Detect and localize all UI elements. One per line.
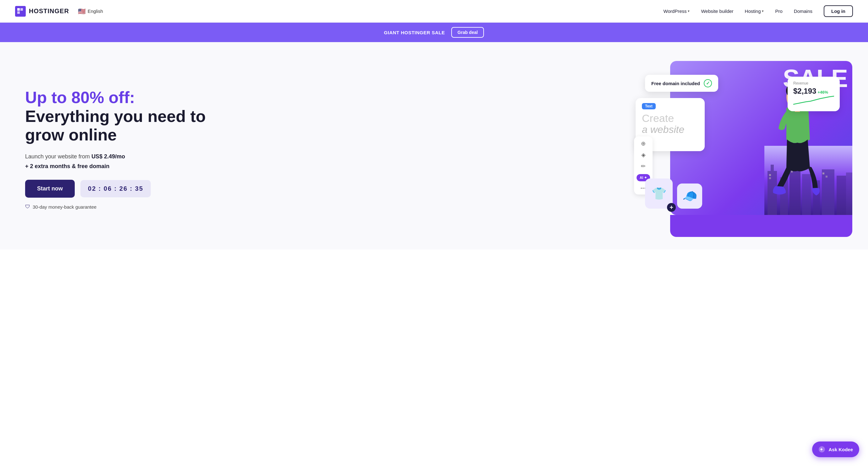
- create-line2: a website: [642, 124, 699, 135]
- login-button[interactable]: Log in: [824, 5, 853, 17]
- lang-label: English: [88, 8, 103, 14]
- add-product-icon[interactable]: +: [667, 203, 676, 212]
- logo-text: HOSTINGER: [29, 7, 69, 15]
- nav-right: WordPress ▾ Website builder Hosting ▾ Pr…: [663, 5, 853, 17]
- nav-item-hosting[interactable]: Hosting ▾: [745, 8, 764, 14]
- hero-illustration: SALE: [636, 61, 843, 237]
- revenue-label: Revenue: [793, 81, 834, 85]
- free-domain-label: Free domain included: [651, 81, 700, 86]
- hero-actions: Start now 02 : 06 : 26 : 35: [25, 180, 206, 198]
- check-icon: ✓: [704, 79, 712, 87]
- svg-rect-1: [21, 8, 23, 11]
- start-now-button[interactable]: Start now: [25, 180, 75, 198]
- price-value: US$ 2.49/mo: [91, 153, 125, 159]
- toolbar-layers-icon[interactable]: ◈: [641, 151, 646, 158]
- hero-extra-offer: + 2 extra months & free domain: [25, 163, 206, 170]
- revenue-card: Revenue $2,193 +46%: [787, 77, 840, 111]
- svg-rect-12: [846, 173, 852, 215]
- navbar: HOSTINGER 🇺🇸 English WordPress ▾ Website…: [0, 0, 868, 23]
- promo-banner: GIANT HOSTINGER SALE Grab deal: [0, 23, 868, 42]
- logo-icon: [15, 6, 26, 17]
- svg-rect-0: [17, 8, 20, 11]
- revenue-percent: +46%: [817, 90, 828, 95]
- nav-item-website-builder[interactable]: Website builder: [701, 8, 733, 14]
- grab-deal-button[interactable]: Grab deal: [451, 27, 484, 38]
- products-area: 👕 + 🧢: [645, 178, 702, 209]
- revenue-chart: [793, 95, 834, 106]
- product-shirt: 👕 +: [645, 178, 673, 209]
- nav-item-wordpress[interactable]: WordPress ▾: [663, 8, 690, 14]
- countdown-timer: 02 : 06 : 26 : 35: [81, 180, 151, 197]
- toolbar-edit-icon[interactable]: ✏: [641, 163, 646, 170]
- svg-rect-11: [837, 176, 846, 215]
- flag-icon: 🇺🇸: [78, 7, 86, 15]
- illustration-bottom-bar: [670, 215, 852, 237]
- hero-subtext: Launch your website from US$ 2.49/mo: [25, 153, 206, 160]
- hero-section: Up to 80% off: Everything you need togro…: [0, 42, 868, 250]
- hero-headline: Up to 80% off: Everything you need togro…: [25, 88, 206, 145]
- headline-dark: Everything you need togrow online: [25, 107, 206, 144]
- toolbar-add-icon[interactable]: ⊕: [641, 140, 646, 147]
- shield-icon: 🛡: [25, 204, 30, 210]
- headline-purple: Up to 80% off:: [25, 88, 135, 107]
- hero-left: Up to 80% off: Everything you need togro…: [25, 88, 206, 210]
- chevron-down-icon-2: ▾: [762, 9, 764, 13]
- svg-rect-2: [17, 11, 20, 14]
- guarantee-text: 🛡 30-day money-back guarantee: [25, 204, 206, 210]
- text-badge: Text: [642, 103, 656, 109]
- revenue-amount: $2,193: [793, 87, 816, 95]
- create-line1: Create: [642, 113, 699, 124]
- logo[interactable]: HOSTINGER: [15, 6, 69, 17]
- banner-text: GIANT HOSTINGER SALE: [384, 30, 445, 35]
- nav-left: HOSTINGER 🇺🇸 English: [15, 6, 103, 17]
- product-cap: 🧢: [677, 183, 702, 209]
- nav-item-domains[interactable]: Domains: [794, 8, 812, 14]
- nav-item-pro[interactable]: Pro: [775, 8, 782, 14]
- free-domain-card: Free domain included ✓: [645, 75, 718, 92]
- lang-selector[interactable]: 🇺🇸 English: [78, 7, 103, 15]
- chevron-down-icon: ▾: [688, 9, 690, 13]
